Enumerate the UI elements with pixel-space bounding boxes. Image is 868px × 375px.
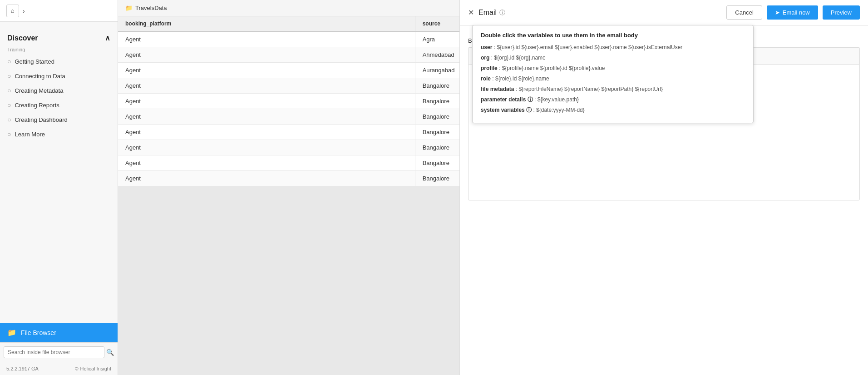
nav-icon-dashboard: ○	[7, 116, 11, 123]
sidebar-item-connecting-to-data[interactable]: ○ Connecting to Data	[0, 69, 118, 83]
variable-row: user : ${user}.id ${user}.email ${user}.…	[481, 43, 745, 51]
sidebar-item-label: Learn More	[15, 131, 44, 138]
copyright-icon: ©	[75, 366, 78, 371]
variable-values[interactable]: ${org}.id ${org}.name	[494, 55, 545, 61]
column-header-booking-platform: booking_platform	[118, 16, 415, 31]
variable-label[interactable]: profile	[481, 65, 498, 71]
folder-icon: 📁	[125, 5, 133, 11]
home-icon[interactable]: ⌂	[6, 5, 19, 17]
sidebar-item-creating-metadata[interactable]: ○ Creating Metadata	[0, 83, 118, 98]
variable-row: profile : ${profile}.name ${profile}.id …	[481, 64, 745, 72]
file-browser-button[interactable]: 📁 File Browser	[0, 323, 118, 342]
file-browser-icon: 📁	[7, 328, 16, 337]
table-cell: Agent	[118, 63, 415, 78]
version-label: 5.2.2.1917 GA	[6, 366, 39, 371]
variable-label[interactable]: system variables ⓘ	[481, 107, 532, 113]
sidebar-header: ⌂ ›	[0, 0, 118, 22]
folder-name: TravelsData	[135, 5, 167, 11]
nav-icon-getting-started: ○	[7, 58, 11, 65]
table-cell: Agent	[118, 109, 415, 125]
helical-insight-label: © Helical Insight	[75, 366, 111, 371]
variable-values[interactable]: ${user}.id ${user}.email ${user}.enabled…	[497, 44, 682, 50]
search-icon[interactable]: 🔍	[106, 349, 114, 356]
table-cell: Agent	[118, 94, 415, 109]
variable-row: file metadata : ${reportFileName} ${repo…	[481, 85, 745, 93]
email-header-left: ✕ Email ⓘ	[468, 8, 505, 17]
email-title-text: Email	[478, 9, 497, 17]
variable-label[interactable]: file metadata	[481, 86, 514, 92]
version-bar: 5.2.2.1917 GA © Helical Insight	[0, 362, 118, 375]
sidebar-item-learn-more[interactable]: ○ Learn More	[0, 127, 118, 141]
email-header-actions: Cancel ➤ Email now Preview	[726, 5, 860, 20]
variable-label[interactable]: org	[481, 55, 489, 61]
training-label: Training	[0, 44, 118, 54]
table-cell: Agent	[118, 47, 415, 63]
variable-row: org : ${org}.id ${org}.name	[481, 54, 745, 62]
table-cell: Agent	[118, 155, 415, 171]
variable-row: parameter details ⓘ : ${key.value.path}	[481, 95, 745, 104]
table-cell: Agent	[118, 78, 415, 94]
sidebar-item-label: Creating Metadata	[15, 87, 63, 94]
variable-values[interactable]: ${role}.id ${role}.name	[495, 75, 549, 82]
sidebar-item-label: Getting Started	[15, 58, 54, 65]
sidebar-item-creating-reports[interactable]: ○ Creating Reports	[0, 98, 118, 112]
sidebar-item-creating-dashboard[interactable]: ○ Creating Dashboard	[0, 112, 118, 127]
close-button[interactable]: ✕	[468, 8, 474, 17]
cancel-button[interactable]: Cancel	[726, 5, 762, 20]
nav-icon-reports: ○	[7, 101, 11, 109]
email-now-label: Email now	[783, 9, 810, 16]
variable-label[interactable]: user	[481, 44, 492, 50]
sidebar-expand-icon[interactable]: ›	[23, 7, 25, 15]
file-browser-label: File Browser	[21, 329, 56, 336]
sidebar-item-label: Connecting to Data	[15, 73, 65, 80]
table-cell: Agent	[118, 171, 415, 186]
sidebar-item-getting-started[interactable]: ○ Getting Started	[0, 54, 118, 69]
variable-row: system variables ⓘ : ${date:yyyy-MM-dd}	[481, 106, 745, 114]
sidebar-item-label: Creating Reports	[15, 102, 59, 109]
sidebar-section-discover: Discover ∧ Training ○ Getting Started ○ …	[0, 22, 118, 175]
preview-button[interactable]: Preview	[823, 5, 860, 20]
sidebar: ⌂ › Discover ∧ Training ○ Getting Starte…	[0, 0, 118, 375]
variable-label[interactable]: parameter details ⓘ	[481, 96, 533, 103]
table-cell: Agent	[118, 125, 415, 140]
discover-title: Discover ∧	[0, 28, 118, 44]
tooltip-title: Double click the variables to use them i…	[481, 32, 745, 39]
file-browser-search-wrapper: 🔍	[0, 342, 118, 362]
nav-icon-learn-more: ○	[7, 130, 11, 138]
variable-row: role : ${role}.id ${role}.name	[481, 75, 745, 83]
search-input[interactable]	[4, 346, 104, 358]
sidebar-item-label: Creating Dashboard	[15, 116, 67, 123]
email-now-icon: ➤	[775, 9, 780, 16]
variable-values[interactable]: ${profile}.name ${profile}.id ${profile}…	[502, 65, 605, 71]
email-title: Email ⓘ	[478, 9, 505, 17]
variable-values[interactable]: ${date:yyyy-MM-dd}	[536, 107, 585, 113]
variable-values[interactable]: ${reportFileName} ${reportName} ${report…	[518, 86, 663, 92]
email-now-button[interactable]: ➤ Email now	[767, 5, 818, 20]
table-cell: Agent	[118, 140, 415, 155]
discover-chevron-icon[interactable]: ∧	[105, 34, 110, 42]
email-panel-header: ✕ Email ⓘ Cancel ➤ Email now Preview	[460, 0, 868, 25]
helical-label: Helical Insight	[80, 366, 111, 371]
variable-label[interactable]: role	[481, 75, 491, 82]
nav-icon-connecting: ○	[7, 72, 11, 80]
variables-tooltip: Double click the variables to use them i…	[472, 25, 754, 123]
email-info-icon[interactable]: ⓘ	[499, 9, 505, 17]
variable-values[interactable]: ${key.value.path}	[538, 96, 579, 103]
nav-icon-metadata: ○	[7, 87, 11, 94]
table-cell: Agent	[118, 31, 415, 47]
